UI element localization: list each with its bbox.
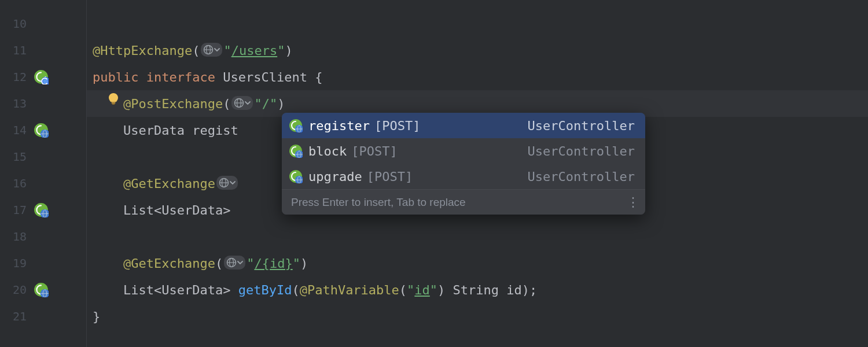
line-number: 13 [3,97,27,110]
line-number: 19 [3,256,27,270]
gutter-row: 10 [0,10,86,37]
spring-endpoint-icon[interactable] [34,282,49,297]
gutter-row: 15 [0,143,86,170]
line-number: 11 [3,43,27,57]
code-line[interactable]: @HttpExchange("/users") [87,37,868,64]
line-number: 15 [3,150,27,164]
completion-name: upgrade [308,169,362,184]
code-line[interactable]: } [87,303,868,330]
intention-bulb-icon[interactable] [106,92,120,109]
completion-name: block [308,144,347,158]
completion-item-block[interactable]: block [POST] UserController [282,138,645,164]
url-mapping-pill[interactable] [224,256,245,270]
gutter-row: 16 [0,170,86,197]
spring-endpoint-icon [289,169,304,183]
more-options-icon[interactable]: ⋮ [627,195,638,210]
annotation: @GetExchange [123,176,215,191]
code-completion-popup: register [POST] UserController block [PO… [282,113,645,215]
completion-name: register [308,119,370,133]
completion-hint-bar: Press Enter to insert, Tab to replace ⋮ [282,189,645,215]
gutter-row: 14 [0,117,86,143]
line-number: 14 [3,123,27,137]
gutter-row: 12 [0,64,86,90]
url-mapping-pill[interactable] [216,176,238,190]
gutter-row: 11 [0,37,86,64]
completion-item-register[interactable]: register [POST] UserController [282,113,645,138]
completion-http-method: [POST] [374,119,420,133]
completion-hint-text: Press Enter to insert, Tab to replace [291,196,466,209]
line-number: 18 [3,230,27,243]
spring-endpoint-icon[interactable] [34,123,49,138]
spring-bean-icon[interactable] [34,69,49,84]
line-number: 20 [3,283,27,297]
completion-http-method: [POST] [367,169,413,184]
completion-origin: UserController [528,119,635,133]
completion-http-method: [POST] [351,144,397,158]
gutter-row: 21 [0,303,86,330]
method-name-typing: regist [192,123,238,138]
url-mapping-pill[interactable] [201,43,222,57]
line-number: 21 [3,309,27,323]
gutter-row: 17 [0,197,86,223]
method-name: getById [238,283,292,297]
completion-item-upgrade[interactable]: upgrade [POST] UserController [282,164,645,189]
line-number: 12 [3,70,27,84]
gutter-row: 19 [0,250,86,276]
gutter-row: 20 [0,276,86,303]
line-number: 10 [3,17,27,31]
code-line[interactable]: public interface UsersClient { [87,64,868,90]
completion-origin: UserController [528,169,635,184]
spring-endpoint-icon[interactable] [34,202,49,217]
line-number: 16 [3,176,27,190]
code-line[interactable] [87,10,868,37]
code-line[interactable] [87,223,868,250]
url-mapping-pill[interactable] [231,96,253,110]
line-number: 17 [3,203,27,217]
annotation: @PostExchange [123,97,223,111]
annotation: @HttpExchange [93,43,192,58]
spring-endpoint-icon [289,119,304,132]
gutter-row: 13 [0,90,86,117]
code-line[interactable]: List<UserData> getById(@PathVariable("id… [87,276,868,303]
gutter-row: 18 [0,223,86,250]
annotation: @GetExchange [123,256,215,271]
completion-origin: UserController [528,144,635,158]
spring-endpoint-icon [289,144,304,158]
gutter: 10 11 12 13 14 15 16 17 [0,0,87,347]
code-line[interactable]: @GetExchange("/{id}") [87,250,868,276]
